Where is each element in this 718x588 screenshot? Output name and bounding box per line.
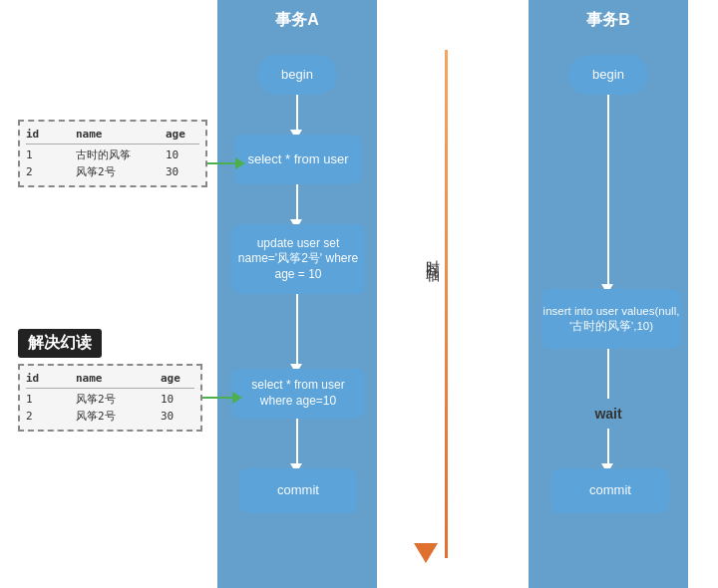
time-axis-line	[445, 50, 448, 558]
resolve-label: 解决幻读	[18, 329, 102, 358]
ta-select1-box: select * from user	[234, 135, 362, 184]
ta-line-4	[296, 419, 298, 468]
ta-line-3	[296, 294, 298, 369]
table1-row1: 1 古时的风筝 10	[26, 147, 199, 164]
ta-update-box: update user setname='风筝2号' whereage = 10	[231, 224, 365, 294]
ta-commit-box: commit	[239, 468, 357, 513]
tb-line-3	[607, 429, 609, 468]
tb-wait-label: wait	[573, 399, 643, 429]
table2-row1: 1 风筝2号 10	[26, 391, 194, 409]
green-arrow-2	[202, 392, 242, 404]
tb-insert-box: insert into user values(null,'古时的风筝',10)	[541, 289, 681, 349]
time-axis-label: 时间轴	[424, 249, 442, 261]
green-arrow-1	[207, 157, 245, 169]
tb-begin-box: begin	[568, 55, 648, 95]
table2-header: id name age	[26, 370, 194, 389]
ta-begin-box: begin	[257, 55, 337, 95]
diagram-container: 事务A 事务B 时间轴 begin select * from user upd…	[0, 0, 718, 588]
table1-row2: 2 风筝2号 30	[26, 163, 199, 181]
ta-line-1	[296, 95, 298, 135]
ta-line-2	[296, 184, 298, 224]
transaction-a-header: 事务A	[217, 10, 377, 31]
transaction-b-header: 事务B	[529, 10, 688, 31]
tb-line-2	[607, 349, 609, 399]
table1-header: id name age	[26, 126, 199, 145]
table1-box: id name age 1 古时的风筝 10 2 风筝2号 30	[18, 120, 207, 187]
tb-commit-box: commit	[551, 468, 669, 513]
tb-line-1	[607, 95, 609, 289]
time-axis-arrow	[414, 543, 438, 563]
table2-box: id name age 1 风筝2号 10 2 风筝2号 30	[18, 364, 202, 432]
table2-row2: 2 风筝2号 30	[26, 408, 194, 426]
ta-select2-box: select * from userwhere age=10	[231, 369, 365, 419]
